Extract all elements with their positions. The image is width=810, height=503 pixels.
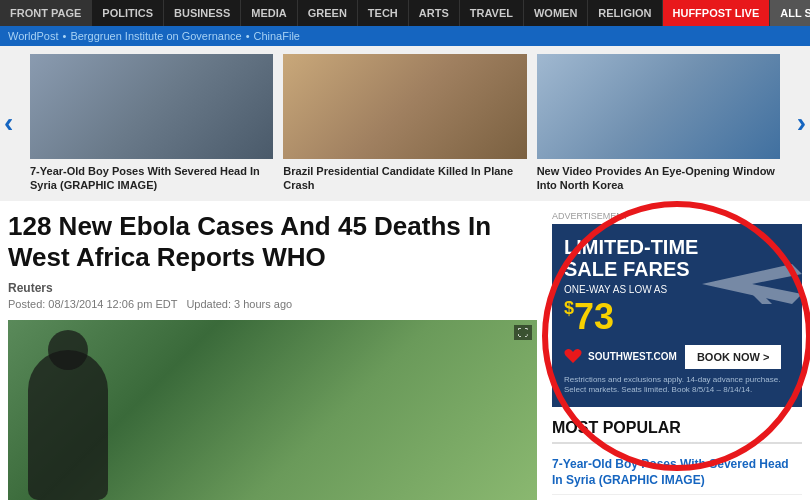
carousel-caption-2: New Video Provides An Eye-Opening Window… (537, 164, 780, 193)
carousel-next-button[interactable]: › (797, 107, 806, 139)
nav-religion[interactable]: RELIGION (588, 0, 662, 26)
advertisement-container: ADVERTISEMENT LIMITED-TIME SALE FARES ON… (552, 211, 802, 408)
article-updated: Updated: 3 hours ago (186, 298, 292, 310)
nav-business[interactable]: BUSINESS (164, 0, 241, 26)
sidebar: ADVERTISEMENT LIMITED-TIME SALE FARES ON… (552, 211, 802, 500)
nav-women[interactable]: WOMEN (524, 0, 588, 26)
ad-bottom: SOUTHWEST.COM BOOK NOW > (564, 345, 790, 369)
main-content: 128 New Ebola Cases And 45 Deaths In Wes… (0, 201, 810, 503)
carousel-item-0[interactable]: 7-Year-Old Boy Poses With Severed Head I… (30, 54, 273, 193)
carousel-caption-0: 7-Year-Old Boy Poses With Severed Head I… (30, 164, 273, 193)
carousel-prev-button[interactable]: ‹ (4, 107, 13, 139)
ad-price-value: 73 (574, 296, 614, 337)
top-navigation: FRONT PAGE POLITICS BUSINESS MEDIA GREEN… (0, 0, 810, 26)
nav-politics[interactable]: POLITICS (92, 0, 164, 26)
carousel-thumb-2 (537, 54, 780, 159)
breadcrumb-worldpost[interactable]: WorldPost (8, 30, 59, 42)
ad-book-button[interactable]: BOOK NOW > (685, 345, 781, 369)
article-posted: Posted: 08/13/2014 12:06 pm EDT (8, 298, 177, 310)
ad-brand-text: SOUTHWEST.COM (588, 351, 677, 362)
southwest-heart-icon (564, 348, 582, 366)
nav-tech[interactable]: TECH (358, 0, 409, 26)
popular-item-0[interactable]: 7-Year-Old Boy Poses With Severed Head I… (552, 452, 802, 494)
nav-arts[interactable]: ARTS (409, 0, 460, 26)
breadcrumb: WorldPost • Berggruen Institute on Gover… (0, 26, 810, 46)
most-popular-section: MOST POPULAR 7-Year-Old Boy Poses With S… (552, 419, 802, 494)
article-section: 128 New Ebola Cases And 45 Deaths In Wes… (8, 211, 537, 500)
advertisement-box: LIMITED-TIME SALE FARES ONE-WAY AS LOW A… (552, 224, 802, 408)
southwest-logo: SOUTHWEST.COM (564, 348, 677, 366)
carousel-item-2[interactable]: New Video Provides An Eye-Opening Window… (537, 54, 780, 193)
nav-media[interactable]: MEDIA (241, 0, 297, 26)
carousel-thumb-1 (283, 54, 526, 159)
ad-price-symbol: $ (564, 298, 574, 318)
advertisement-label: ADVERTISEMENT (552, 211, 802, 221)
nav-front-page[interactable]: FRONT PAGE (0, 0, 92, 26)
article-meta: Posted: 08/13/2014 12:06 pm EDT Updated:… (8, 298, 537, 310)
nav-huffpost-live[interactable]: HUFFPOST LIVE (663, 0, 771, 26)
article-headline: 128 New Ebola Cases And 45 Deaths In Wes… (8, 211, 537, 273)
article-image-container: ⛶ (8, 320, 537, 500)
breadcrumb-berggruen[interactable]: Berggruen Institute on Governance (70, 30, 241, 42)
nav-green[interactable]: GREEN (298, 0, 358, 26)
article-image (8, 320, 537, 500)
nav-all-sections[interactable]: ALL SECTIONS (770, 0, 810, 26)
carousel-item-1[interactable]: Brazil Presidential Candidate Killed In … (283, 54, 526, 193)
nav-travel[interactable]: TRAVEL (460, 0, 524, 26)
article-source: Reuters (8, 281, 537, 295)
carousel-thumb-0 (30, 54, 273, 159)
plane-decoration (692, 254, 802, 314)
carousel-caption-1: Brazil Presidential Candidate Killed In … (283, 164, 526, 193)
breadcrumb-chinafile[interactable]: ChinaFile (254, 30, 300, 42)
expand-icon[interactable]: ⛶ (514, 325, 532, 340)
most-popular-title: MOST POPULAR (552, 419, 802, 444)
carousel: ‹ 7-Year-Old Boy Poses With Severed Head… (0, 46, 810, 201)
ad-disclaimer: Restrictions and exclusions apply. 14-da… (564, 375, 790, 396)
